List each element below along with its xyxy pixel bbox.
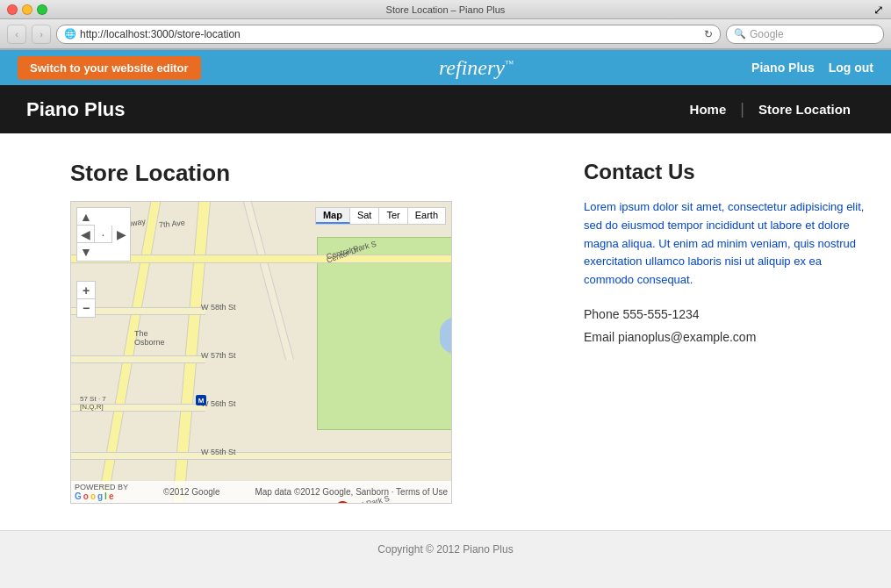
- search-input[interactable]: Google: [750, 28, 784, 40]
- search-bar[interactable]: 🔍 Google: [726, 25, 884, 44]
- maximize-button[interactable]: [37, 4, 47, 15]
- label-osborne: TheOsborne: [134, 329, 165, 347]
- site-header: Piano Plus Home | Store Location: [0, 85, 891, 133]
- pan-center[interactable]: ·: [95, 226, 112, 243]
- pan-down[interactable]: ▼: [77, 243, 95, 261]
- map-tab-map[interactable]: Map: [316, 208, 350, 224]
- pan-right[interactable]: ▶: [112, 226, 130, 243]
- main-content: Store Location Map Sat Ter Earth ▲ ◀ · ▶…: [0, 133, 891, 530]
- title-bar: Store Location – Piano Plus ⤢: [0, 0, 891, 19]
- map-data-text: Map data ©2012 Google, Sanborn · Terms o…: [255, 487, 448, 497]
- cms-piano-plus-link[interactable]: Piano Plus: [751, 61, 815, 75]
- left-section: Store Location Map Sat Ter Earth ▲ ◀ · ▶…: [70, 160, 531, 504]
- map-container[interactable]: Map Sat Ter Earth ▲ ◀ · ▶ ▼ + −: [70, 201, 452, 504]
- search-icon: 🔍: [734, 28, 746, 39]
- forward-button[interactable]: ›: [32, 25, 51, 44]
- browser-toolbar: ‹ › 🌐 http://localhost:3000/store-locati…: [0, 19, 891, 49]
- map-zoom-controls: + −: [76, 281, 96, 318]
- close-button[interactable]: [7, 4, 18, 15]
- traffic-lights: [7, 4, 47, 15]
- contact-description: Lorem ipsum dolor sit amet, consectetur …: [584, 198, 865, 290]
- phone-number: 555-555-1234: [622, 307, 699, 321]
- zoom-out[interactable]: −: [77, 299, 95, 317]
- nav-home[interactable]: Home: [676, 102, 741, 117]
- subway-m-marker: M: [196, 395, 206, 405]
- address-bar[interactable]: 🌐 http://localhost:3000/store-location ↻: [56, 25, 721, 44]
- road-55th-st: [71, 452, 451, 460]
- cms-toolbar: Switch to your website editor refinery™ …: [0, 50, 891, 85]
- pan-up[interactable]: ▲: [77, 208, 95, 226]
- window-expand[interactable]: ⤢: [873, 3, 884, 17]
- footer-copyright: Copyright © 2012 Piano Plus: [377, 543, 513, 556]
- road-57th-st: [71, 355, 205, 363]
- site-footer: Copyright © 2012 Piano Plus: [0, 530, 891, 568]
- phone-label: Phone: [584, 307, 619, 321]
- label-7th-ave: 7th Ave: [159, 219, 186, 230]
- zoom-in[interactable]: +: [77, 282, 95, 299]
- contact-email: Email pianoplus@example.com: [584, 330, 865, 344]
- globe-icon: 🌐: [64, 28, 76, 39]
- contact-phone: Phone 555-555-1234: [584, 307, 865, 321]
- powered-by-text: POWERED BY: [75, 483, 128, 491]
- map-tab-earth[interactable]: Earth: [408, 208, 445, 224]
- map-tab-sat[interactable]: Sat: [350, 208, 380, 224]
- label-58th-st: W 58th St: [201, 303, 236, 312]
- back-button[interactable]: ‹: [7, 25, 26, 44]
- map-tab-ter[interactable]: Ter: [379, 208, 407, 224]
- window-title: Store Location – Piano Plus: [386, 4, 506, 15]
- label-55th-st: W 55th St: [201, 448, 236, 456]
- label-57th-st: W 57th St: [201, 351, 236, 360]
- map-pan-controls: ▲ ◀ · ▶ ▼: [76, 207, 131, 262]
- email-address: pianoplus@example.com: [618, 330, 756, 344]
- nav-store-location[interactable]: Store Location: [744, 102, 865, 117]
- switch-editor-button[interactable]: Switch to your website editor: [18, 56, 201, 80]
- refinery-logo: refinery™: [439, 56, 514, 80]
- cms-logout-link[interactable]: Log out: [829, 61, 873, 75]
- park-area: [317, 237, 451, 430]
- browser-chrome: Store Location – Piano Plus ⤢ ‹ › 🌐 http…: [0, 0, 891, 50]
- refresh-button[interactable]: ↻: [704, 28, 713, 40]
- cms-nav: Piano Plus Log out: [751, 61, 873, 75]
- powered-by-google: POWERED BY Google: [75, 483, 128, 501]
- pan-left[interactable]: ◀: [77, 226, 95, 243]
- map-copyright-text: ©2012 Google: [163, 487, 220, 497]
- map-footer: POWERED BY Google ©2012 Google Map data …: [71, 481, 451, 503]
- page-title: Store Location: [70, 160, 531, 187]
- email-label: Email: [584, 330, 614, 344]
- url-display: http://localhost:3000/store-location: [80, 28, 701, 40]
- road-center-drive: [243, 202, 294, 360]
- map-tabs: Map Sat Ter Earth: [315, 207, 446, 225]
- site-title: Piano Plus: [26, 98, 125, 121]
- contact-title: Contact Us: [584, 160, 865, 184]
- contact-section: Contact Us Lorem ipsum dolor sit amet, c…: [584, 160, 865, 504]
- google-logo: Google: [75, 491, 128, 501]
- minimize-button[interactable]: [22, 4, 32, 15]
- map-marker-a: [334, 500, 354, 503]
- label-57-st: 57 St · 7[N,Q,R]: [80, 395, 106, 411]
- site-nav: Home | Store Location: [676, 100, 865, 118]
